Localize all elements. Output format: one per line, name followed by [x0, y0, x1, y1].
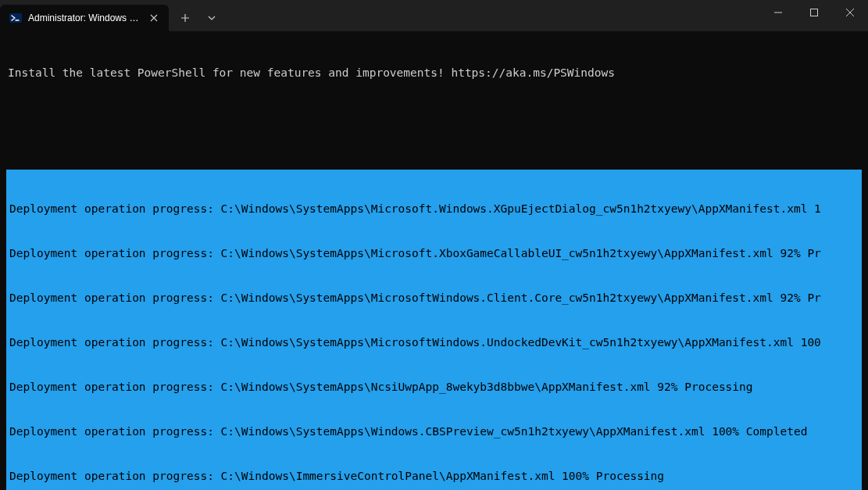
tab-title: Administrator: Windows Powe	[28, 13, 141, 23]
close-button[interactable]	[832, 0, 868, 25]
progress-line: Deployment operation progress: C:\Window…	[9, 202, 860, 216]
svg-rect-0	[9, 13, 22, 23]
progress-line: Deployment operation progress: C:\Window…	[9, 291, 860, 306]
blank-line	[8, 110, 860, 125]
titlebar: Administrator: Windows Powe	[0, 0, 868, 31]
deployment-progress-block: Deployment operation progress: C:\Window…	[6, 170, 862, 490]
progress-line: Deployment operation progress: C:\Window…	[9, 246, 860, 261]
progress-line: Deployment operation progress: C:\Window…	[9, 335, 860, 350]
tab-strip: Administrator: Windows Powe	[0, 0, 760, 31]
tab-actions	[169, 0, 223, 31]
terminal-output[interactable]: Install the latest PowerShell for new fe…	[0, 31, 868, 490]
tab-dropdown-button[interactable]	[200, 6, 223, 30]
svg-rect-2	[811, 9, 818, 16]
powershell-icon	[9, 12, 22, 24]
progress-line: Deployment operation progress: C:\Window…	[9, 380, 860, 395]
progress-line: Deployment operation progress: C:\Window…	[9, 424, 860, 439]
new-tab-button[interactable]	[173, 6, 197, 30]
intro-line: Install the latest PowerShell for new fe…	[8, 66, 860, 80]
tab-powershell[interactable]: Administrator: Windows Powe	[0, 5, 169, 31]
minimize-button[interactable]	[760, 0, 796, 25]
tab-close-button[interactable]	[147, 11, 161, 25]
progress-line: Deployment operation progress: C:\Window…	[9, 469, 860, 484]
maximize-button[interactable]	[796, 0, 832, 25]
window-controls	[760, 0, 868, 31]
